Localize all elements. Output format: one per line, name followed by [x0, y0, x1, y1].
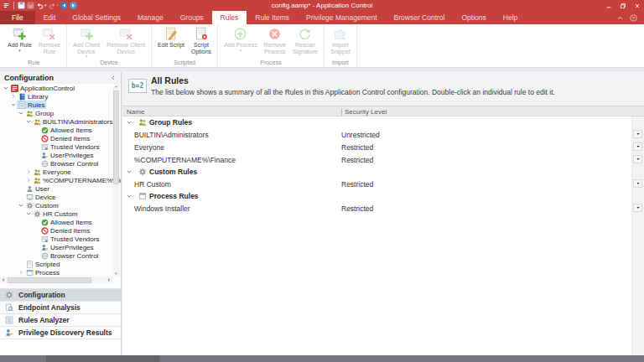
- dropdown-caret-icon[interactable]: ▾: [44, 2, 47, 9]
- rule-row-everyone[interactable]: EveryoneRestricted: [122, 141, 644, 153]
- security-level-dropdown[interactable]: [633, 179, 642, 188]
- expander-spacer: [33, 143, 39, 150]
- tree-item-builtin-administrators[interactable]: BUILTIN\Administrators: [0, 117, 121, 126]
- tree-item-hr-custom[interactable]: HR Custom: [0, 209, 121, 218]
- tree-item-applicationcontrol[interactable]: ApplicationControl: [0, 84, 121, 92]
- table-header[interactable]: Name Security Level: [122, 106, 644, 116]
- page-title: All Rules: [151, 75, 189, 85]
- tree-item-rules[interactable]: Rules: [0, 101, 121, 109]
- menu-tab-rules[interactable]: Rules: [212, 11, 247, 24]
- save-all-icon: [27, 2, 34, 9]
- nav-back-button[interactable]: [60, 2, 68, 9]
- tree-horizontal-scrollbar[interactable]: [0, 277, 112, 283]
- tree-item-device[interactable]: Device: [0, 193, 121, 201]
- minimize-button[interactable]: [601, 0, 615, 11]
- tree-item-label: User: [35, 185, 49, 193]
- collapse-ribbon-button[interactable]: [616, 14, 624, 22]
- tree-item-userprivileges[interactable]: UserPrivileges: [0, 243, 121, 251]
- nav-configuration[interactable]: Configuration: [0, 289, 121, 302]
- tree-item-allowed-items[interactable]: Allowed Items: [0, 126, 121, 134]
- script-options-button[interactable]: Script Options: [188, 25, 215, 59]
- tree-item-custom[interactable]: Custom: [0, 201, 121, 209]
- nav-forward-button[interactable]: [70, 2, 77, 9]
- button-label: Rescan Signature: [293, 42, 318, 54]
- menu-tab-privilege-management[interactable]: Privilege Management: [298, 11, 386, 24]
- scrollbar-thumb[interactable]: [113, 90, 119, 184]
- add-process-button[interactable]: Add Process▾: [221, 25, 261, 59]
- save-icon: [18, 2, 25, 9]
- tree-item-library[interactable]: Library: [0, 92, 121, 101]
- rules-group-row-group-rules[interactable]: Group Rules: [122, 116, 644, 128]
- separator: [13, 2, 14, 9]
- menu-tab-edit[interactable]: Edit: [35, 11, 65, 24]
- chevron-expanded-icon[interactable]: [126, 168, 132, 175]
- tree-item-everyone[interactable]: Everyone: [0, 168, 121, 176]
- tree-item-trusted-vendors[interactable]: Trusted Vendors: [0, 235, 121, 243]
- app-logo-button[interactable]: [3, 2, 10, 9]
- button-label: Script Options: [191, 42, 211, 54]
- rescan-signature-button[interactable]: Rescan Signature: [289, 25, 321, 59]
- rules-group-row-process-rules[interactable]: Process Rules: [122, 190, 644, 202]
- tree-item-browser-control[interactable]: Browser Control: [0, 251, 121, 260]
- tree-item-browser-control[interactable]: Browser Control: [0, 159, 121, 168]
- menu-tab-rule-items[interactable]: Rule Items: [247, 11, 298, 24]
- remove-client-device-button[interactable]: Remove Client Device: [103, 25, 148, 59]
- edit-script-button[interactable]: Edit Script: [154, 25, 188, 59]
- tree-item-allowed-items[interactable]: Allowed Items: [0, 218, 121, 226]
- menu-tab-file[interactable]: File: [0, 11, 35, 24]
- save-button[interactable]: [18, 2, 25, 9]
- nav-forward-icon: [70, 2, 77, 9]
- remove-process-button[interactable]: Remove Process: [261, 25, 289, 59]
- restore-button[interactable]: [615, 0, 630, 11]
- security-level-dropdown[interactable]: [633, 155, 642, 163]
- tree-item-denied-items[interactable]: Denied Items: [0, 226, 121, 235]
- menu-tab-groups[interactable]: Groups: [172, 11, 212, 24]
- chevron-expanded-icon[interactable]: [126, 193, 132, 199]
- add-client-device-button[interactable]: Add Client Device▾: [70, 25, 103, 59]
- menu-tabs: FileEditGlobal SettingsManageGroupsRules…: [0, 11, 526, 24]
- security-level-dropdown[interactable]: [633, 130, 642, 138]
- tree-item-trusted-vendors[interactable]: Trusted Vendors: [0, 142, 121, 151]
- menu-tab-help[interactable]: Help: [495, 11, 526, 24]
- column-header-name[interactable]: Name: [127, 108, 144, 116]
- rule-row-windows-installer[interactable]: Windows InstallerRestricted: [122, 202, 644, 215]
- close-button[interactable]: [630, 0, 644, 11]
- tree-vertical-scrollbar[interactable]: [113, 84, 119, 277]
- process-win-icon: [138, 192, 147, 200]
- dropdown-caret-icon[interactable]: ▾: [57, 2, 60, 9]
- undo-button[interactable]: ▾: [36, 2, 47, 9]
- tree-item-label: Scripted: [35, 261, 60, 268]
- scrollbar-thumb[interactable]: [8, 277, 91, 283]
- tree-item-user[interactable]: User: [0, 184, 121, 193]
- menu-tab-options[interactable]: Options: [453, 11, 494, 24]
- rule-row-computername-finance[interactable]: %COMPUTERNAME%\FinanceRestricted: [122, 153, 644, 166]
- column-header-security-level[interactable]: Security Level: [341, 108, 387, 116]
- group-people-icon: [138, 118, 147, 127]
- import-snippet-button[interactable]: Import Snippet: [327, 25, 354, 59]
- tree-item-group[interactable]: Group: [0, 109, 121, 117]
- menu-tab-manage[interactable]: Manage: [129, 11, 172, 24]
- add-rule-button[interactable]: Add Rule▾: [4, 25, 35, 59]
- save-all-button[interactable]: [27, 2, 34, 9]
- security-level-dropdown[interactable]: [633, 142, 642, 151]
- help-button[interactable]: ?: [630, 14, 637, 22]
- remove-rule-button[interactable]: Remove Rule: [35, 25, 64, 59]
- menu-tab-global-settings[interactable]: Global Settings: [64, 11, 129, 24]
- tree-item-scripted[interactable]: Scripted: [0, 260, 121, 268]
- nav-rules-analyzer[interactable]: Rules Analyzer: [0, 314, 121, 327]
- nav-privilege-discovery-results[interactable]: Privilege Discovery Results: [0, 327, 121, 339]
- redo-button[interactable]: ▾: [49, 2, 60, 9]
- menu-tab-browser-control[interactable]: Browser Control: [386, 11, 454, 24]
- rule-row-hr-custom[interactable]: HR CustomRestricted: [122, 178, 644, 190]
- nav-endpoint-analysis[interactable]: Endpoint Analysis: [0, 302, 121, 314]
- chevron-expanded-icon: [18, 202, 24, 209]
- tree-item-computername-finance[interactable]: %COMPUTERNAME%\Finance: [0, 176, 121, 184]
- security-level-dropdown[interactable]: [633, 204, 642, 212]
- rule-row-builtin-administrators[interactable]: BUILTIN\AdministratorsUnrestricted: [122, 128, 644, 141]
- tree-item-process[interactable]: Process: [0, 268, 121, 277]
- tree-item-denied-items[interactable]: Denied Items: [0, 134, 121, 142]
- rules-group-row-custom-rules[interactable]: Custom Rules: [122, 166, 644, 178]
- tree-item-userprivileges[interactable]: UserPrivileges: [0, 151, 121, 159]
- svg-text:?: ?: [632, 15, 636, 20]
- chevron-expanded-icon[interactable]: [126, 119, 132, 126]
